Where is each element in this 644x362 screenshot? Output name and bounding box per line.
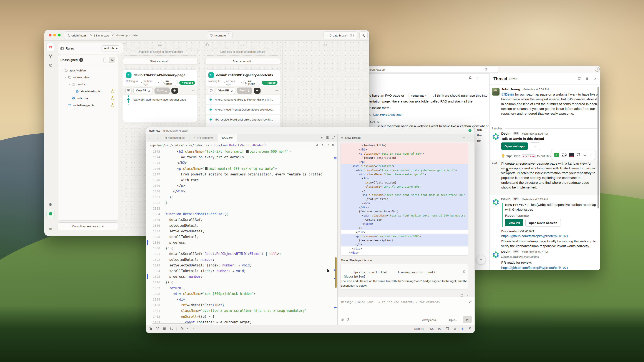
- sender-name[interactable]: John Jeong: [501, 87, 520, 91]
- create-branch-button[interactable]: + Create branch ⌘B: [323, 31, 358, 39]
- drag-handle-icon[interactable]: ⠿⠿: [241, 44, 245, 46]
- feedback-rail-button[interactable]: ✉: [46, 225, 54, 233]
- buffer-search-icon[interactable]: [316, 144, 318, 147]
- code-line[interactable]: 1389 progress,: [146, 240, 338, 245]
- ai-actions-button[interactable]: [359, 31, 368, 39]
- pr-number-badge[interactable]: PR #1981: [160, 80, 178, 86]
- file-status-icon[interactable]: [111, 103, 114, 107]
- code-line[interactable]: 1386 selectedDetail,: [146, 223, 338, 228]
- drag-handle-icon[interactable]: ⠿⠿: [323, 44, 328, 46]
- replies-count[interactable]: 7 replies: [492, 127, 502, 130]
- commit-row[interactable]: feat(web): add memory layer product page: [123, 94, 198, 104]
- start-commit-button[interactable]: Start a commit...: [123, 58, 198, 65]
- devin-avatar[interactable]: [492, 250, 500, 258]
- code-line[interactable]: 1373 <h2 className="text-3xl font-serif …: [146, 149, 338, 154]
- code-line[interactable]: 1393 setSelectedDetail: (index: number) …: [146, 263, 338, 268]
- editor-branch-name[interactable]: gitbutler/workspace: [164, 129, 188, 132]
- branch-ai-button[interactable]: [172, 88, 178, 94]
- base-branch-button[interactable]: origin/main ↻ 13 min ago: [64, 31, 112, 39]
- file-status-icon[interactable]: [111, 96, 114, 100]
- code-line[interactable]: 1379 </p>: [146, 183, 338, 188]
- zoom-pane-icon[interactable]: [332, 136, 335, 140]
- branches-rail-button[interactable]: [46, 52, 54, 60]
- drop-zone[interactable]: Drop files to assign or commit directly: [123, 48, 198, 56]
- terminal-icon[interactable]: [446, 327, 449, 331]
- selection-menu-icon[interactable]: ⇅: [332, 144, 334, 147]
- diagnostics-lightning-icon[interactable]: ϟ: [187, 327, 188, 331]
- code-line[interactable]: 1374 We focus on every bit of details: [146, 154, 338, 160]
- rail-collapse-button[interactable]: ⌃⌄: [46, 217, 54, 222]
- workspace-rail-button[interactable]: [46, 43, 55, 51]
- scroll-to-bottom-button[interactable]: ›: [476, 255, 486, 265]
- review-comment-button[interactable]: [208, 87, 214, 94]
- avatar[interactable]: [492, 88, 500, 95]
- editor-breadcrumb[interactable]: apps/web/src/routes/_view/index.tsx › fu…: [146, 142, 338, 149]
- code-line[interactable]: 1395 progress: number;: [146, 274, 338, 280]
- tree-item-product[interactable]: ›product: [59, 81, 117, 88]
- editor-scrollbar[interactable]: [334, 149, 338, 325]
- commit-to-new-branch-button[interactable]: Commit to new branch+: [58, 222, 118, 230]
- search-icon[interactable]: [180, 327, 184, 331]
- zoom-window-button[interactable]: [58, 34, 60, 36]
- code-line[interactable]: 1382}: [146, 200, 338, 206]
- code-line[interactable]: 1394 scrollToDetail: (index: number) ⇒ v…: [146, 268, 338, 274]
- code-line[interactable]: 1377 From powerful editing to seamless o…: [146, 172, 338, 177]
- ci-status-badge[interactable]: ✓ Passed: [262, 81, 278, 85]
- add-rule-button[interactable]: Add rule+: [101, 45, 120, 51]
- minimize-window-button[interactable]: [53, 34, 56, 36]
- file-status-icon[interactable]: [111, 89, 114, 93]
- code-line[interactable]: 1391 detailsScrollRef: React.RefObject<H…: [146, 251, 338, 257]
- code-line[interactable]: 1401 className="overflow-x-auto scrollba…: [146, 308, 338, 314]
- branch-ai-button[interactable]: [254, 88, 260, 94]
- tab-ai-notetaking[interactable]: ai-notetaking.tsx: [161, 134, 190, 142]
- history-clock-icon[interactable]: ◷: [484, 67, 487, 71]
- slack-search-input[interactable]: Search Fastrepl: [348, 67, 498, 73]
- edit-prediction-icon[interactable]: z»: [438, 327, 441, 331]
- push-button[interactable]: Push↥: [237, 87, 252, 94]
- close-icon[interactable]: ×: [594, 77, 596, 81]
- code-line[interactable]: 1397 return (: [146, 285, 338, 291]
- code-line[interactable]: 1399 <div: [146, 297, 338, 302]
- devin-avatar[interactable]: [492, 132, 500, 140]
- inline-assist-icon[interactable]: I: [328, 144, 328, 147]
- user-mention[interactable]: @Devin: [501, 92, 514, 96]
- agent-message-input[interactable]: [341, 300, 466, 314]
- code-line[interactable]: 1400 ref={detailsScrollRef}: [146, 302, 338, 308]
- lane-collapse-icon[interactable]: [206, 43, 208, 47]
- code-line[interactable]: 1398 <div className="max-[800px]:block h…: [146, 291, 338, 297]
- view-pr-button[interactable]: View PR: [134, 87, 153, 94]
- tree-item-routes-view[interactable]: ›routes/_view: [59, 74, 117, 81]
- agent-menu-icon[interactable]: ⋯: [469, 136, 472, 140]
- ai-assistant-icon[interactable]: [461, 328, 464, 331]
- devin-avatar[interactable]: [492, 198, 500, 206]
- add-context-icon[interactable]: [347, 318, 350, 322]
- send-message-button[interactable]: ⊳: [463, 316, 472, 323]
- bell-icon[interactable]: [468, 76, 472, 80]
- code-line[interactable]: 1396}) {: [146, 280, 338, 285]
- add-reaction-icon[interactable]: [577, 152, 580, 157]
- tree-item-index-tsx[interactable]: index.tsx: [59, 95, 117, 102]
- open-in-window-icon[interactable]: [578, 77, 582, 81]
- open-web-app-button[interactable]: Open web app: [501, 142, 528, 150]
- pr-link[interactable]: https://github.com/fastrepl/hyprnote/pul…: [501, 234, 568, 238]
- collab-status-icon[interactable]: [468, 129, 472, 132]
- permission-mode-dropdown[interactable]: Always Ask›: [422, 319, 438, 322]
- check-reaction-button[interactable]: ✓: [554, 153, 559, 157]
- code-line[interactable]: 1385 detailsScrollRef,: [146, 217, 338, 223]
- horizontal-scrollbar[interactable]: [152, 323, 192, 325]
- branch-name[interactable]: devin/1764380749-memory-page: [134, 73, 185, 77]
- open-devin-session-button[interactable]: Open Devin Session: [525, 219, 561, 227]
- close-window-button[interactable]: [49, 34, 52, 36]
- message-more-button[interactable]: ⋯: [530, 142, 540, 150]
- lane-collapse-icon[interactable]: [123, 43, 126, 47]
- thread-reply-link[interactable]: s Last reply 1 day ago: [369, 113, 402, 116]
- drop-zone[interactable]: Drop files to assign or commit directly: [206, 48, 280, 56]
- git-panel-icon[interactable]: [156, 327, 159, 331]
- new-tab-icon[interactable]: +: [321, 136, 323, 140]
- copy-icon[interactable]: [450, 265, 466, 278]
- thread-settings-icon[interactable]: [586, 77, 590, 81]
- code-line[interactable]: 1402 onScroll={(e) ⇒ {: [146, 314, 338, 319]
- commit-row[interactable]: chore: rename Gallery to Prompt Gallery …: [206, 94, 280, 104]
- mention-icon[interactable]: @: [341, 318, 344, 322]
- view-pr-button[interactable]: View PR: [216, 87, 235, 94]
